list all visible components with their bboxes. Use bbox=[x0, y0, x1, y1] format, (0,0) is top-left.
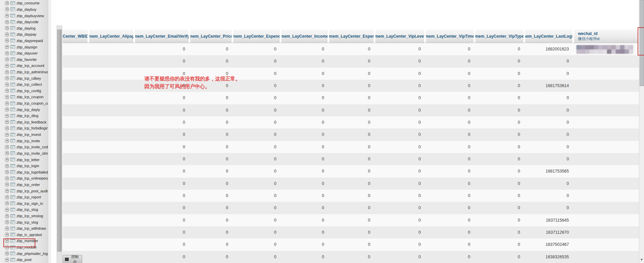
expand-icon[interactable]: + bbox=[5, 252, 9, 255]
table-name-label[interactable]: zbp_favorite bbox=[16, 58, 37, 62]
sidebar-item-zbp-lcp-report[interactable]: +zbp_lcp_report bbox=[0, 194, 48, 200]
sidebar-item-zbp-lcp-cdkey[interactable]: +zbp_lcp_cdkey bbox=[0, 75, 48, 81]
sidebar-item-zbp-lc-qqrobot[interactable]: +zbp_lc_qqrobot bbox=[0, 232, 48, 238]
table-name-label[interactable]: zbp_daybuyview bbox=[16, 14, 44, 18]
expand-icon[interactable]: + bbox=[5, 183, 9, 186]
expand-icon[interactable]: + bbox=[5, 39, 9, 42]
column-header-mem-laycenter-emailverify[interactable]: mem_LayCenter_EmailVerify bbox=[135, 30, 189, 43]
table-name-label[interactable]: zbp_lcp_forbidlogin bbox=[16, 126, 48, 130]
table-name-label[interactable]: zbp_daycode bbox=[16, 20, 38, 24]
table-name-label[interactable]: zbp_lcp_invite_code bbox=[16, 145, 48, 149]
expand-icon[interactable]: + bbox=[5, 120, 9, 124]
expand-icon[interactable]: + bbox=[5, 70, 9, 74]
sidebar-item-zbp-dayprepaid[interactable]: +zbp_dayprepaid bbox=[0, 38, 48, 44]
scrollbar-thumb[interactable] bbox=[57, 30, 62, 252]
sidebar-item-zbp-lcp-invite-stmt[interactable]: +zbp_lcp_invite_stmt bbox=[0, 150, 48, 157]
table-name-label[interactable]: zbp_lcp_slog bbox=[16, 208, 38, 212]
sidebar-item-zbp-lcp-forbidlogin[interactable]: +zbp_lcp_forbidlogin bbox=[0, 125, 48, 132]
sidebar-item-zbp-lcp-invest[interactable]: +zbp_lcp_invest bbox=[0, 132, 48, 138]
expand-icon[interactable]: + bbox=[5, 258, 9, 262]
sidebar-item-zbp-lcp-login[interactable]: +zbp_lcp_login bbox=[0, 163, 48, 169]
table-name-label[interactable]: zbp_consume bbox=[16, 1, 40, 5]
results-left-scrollbar[interactable] bbox=[57, 25, 62, 263]
sidebar-item-zbp-consume[interactable]: +zbp_consume bbox=[0, 0, 48, 6]
expand-icon[interactable]: + bbox=[5, 151, 9, 155]
column-header-mem-laycenter-lastlogin[interactable]: mem_LayCenter_LastLogin bbox=[525, 30, 572, 43]
table-name-label[interactable]: zbp_lcp_login bbox=[16, 164, 39, 168]
column-header-mem-laycenter-viptype[interactable]: mem_LayCenter_VipType bbox=[475, 30, 523, 43]
table-name-label[interactable]: zbp_lcp_invest bbox=[16, 133, 41, 137]
sidebar-item-zbp-lcp-coupon[interactable]: +zbp_lcp_coupon bbox=[0, 94, 48, 100]
sidebar-item-zbp-module[interactable]: +zbp_module bbox=[0, 244, 48, 251]
table-name-label[interactable]: zbp_lcp_dayly bbox=[16, 108, 40, 112]
expand-icon[interactable]: + bbox=[5, 201, 9, 205]
expand-icon[interactable]: + bbox=[5, 58, 9, 61]
table-name-label[interactable]: zbp_lcp_vlog bbox=[16, 220, 38, 224]
column-header-mem-laycenter-alipay[interactable]: mem_LayCenter_Alipay bbox=[89, 30, 133, 43]
column-header-mem-laycenter-viplevel[interactable]: mem_LayCenter_VipLevel bbox=[375, 30, 424, 43]
sidebar-item-zbp-lcp-smslog[interactable]: +zbp_lcp_smslog bbox=[0, 213, 48, 219]
table-name-label[interactable]: zbp_lcp_coupon bbox=[16, 95, 43, 99]
table-name-label[interactable]: zbp_member bbox=[16, 239, 38, 243]
expand-icon[interactable]: + bbox=[5, 177, 9, 180]
sidebar-item-zbp-lcp-vlog[interactable]: +zbp_lcp_vlog bbox=[0, 219, 48, 225]
expand-icon[interactable]: + bbox=[5, 133, 9, 137]
expand-icon[interactable]: + bbox=[5, 102, 9, 105]
column-header-mem-laycenter-exper[interactable]: mem_LayCenter_Exper bbox=[329, 30, 374, 43]
expand-icon[interactable]: + bbox=[5, 14, 9, 17]
table-name-label[interactable]: zbp_lcp_loginfailed bbox=[16, 170, 48, 174]
table-name-label[interactable]: zbp_lcp_coupon_use bbox=[16, 101, 48, 105]
sidebar-item-zbp-daybuy[interactable]: +zbp_daybuy bbox=[0, 6, 48, 13]
table-name-label[interactable]: zbp_lcp_sign_in bbox=[16, 201, 43, 205]
table-name-label[interactable]: zbp_daysign bbox=[16, 45, 37, 49]
expand-icon[interactable]: + bbox=[5, 139, 9, 143]
table-name-label[interactable]: zbp_lcp_smslog bbox=[16, 214, 43, 218]
sidebar-item-zbp-daycode[interactable]: +zbp_daycode bbox=[0, 19, 48, 25]
sidebar-item-zbp-lcp-collect[interactable]: +zbp_lcp_collect bbox=[0, 81, 48, 88]
table-name-label[interactable]: zbp_lcp_collect bbox=[16, 82, 42, 86]
expand-icon[interactable]: + bbox=[5, 83, 9, 86]
sidebar-item-zbp-lcp-coupon-use[interactable]: +zbp_lcp_coupon_use bbox=[0, 100, 48, 107]
expand-icon[interactable]: + bbox=[5, 145, 9, 149]
expand-icon[interactable]: + bbox=[5, 189, 9, 193]
expand-icon[interactable]: + bbox=[5, 170, 9, 174]
sidebar-item-zbp-lcp-adminInvest[interactable]: +zbp_lcp_adminInvest bbox=[0, 69, 48, 75]
table-name-label[interactable]: zbp_lcp_post_audit bbox=[16, 189, 48, 193]
sidebar-item-zbp-post[interactable]: +zbp_post bbox=[0, 257, 48, 263]
expand-icon[interactable]: + bbox=[5, 164, 9, 168]
table-name-label[interactable]: zbp_dayuser bbox=[16, 51, 38, 55]
table-name-label[interactable]: zbp_lcp_onlinepeople bbox=[16, 176, 48, 180]
expand-icon[interactable]: + bbox=[5, 51, 9, 55]
page-vertical-scrollbar[interactable]: ▼ bbox=[639, 0, 644, 263]
table-name-label[interactable]: zbp_lcp_invite_stmt bbox=[16, 151, 48, 155]
column-header-mem-laycenter-income[interactable]: mem_LayCenter_Income bbox=[281, 30, 328, 43]
expand-icon[interactable]: + bbox=[5, 114, 9, 118]
expand-icon[interactable]: + bbox=[5, 45, 9, 49]
sidebar-item-zbp-member[interactable]: +zbp_member bbox=[0, 238, 48, 244]
table-name-label[interactable]: zbp_lcp_dlog bbox=[16, 114, 38, 118]
column-header-mem-laycenter-expend[interactable]: mem_LayCenter_Expend bbox=[233, 30, 280, 43]
table-name-label[interactable]: zbp_lcp_cdkey bbox=[16, 76, 41, 80]
table-name-label[interactable]: zbp_dayprepaid bbox=[16, 39, 43, 43]
sidebar-scrollbar[interactable] bbox=[48, 0, 51, 263]
console-toggle-button[interactable]: 控制台 bbox=[63, 255, 82, 263]
sidebar-item-zbp-lcp-sign-in[interactable]: +zbp_lcp_sign_in bbox=[0, 200, 48, 207]
expand-icon[interactable]: + bbox=[5, 1, 9, 5]
expand-icon[interactable]: + bbox=[5, 95, 9, 99]
sidebar-item-zbp-lcp-order[interactable]: +zbp_lcp_order bbox=[0, 182, 48, 188]
expand-icon[interactable]: + bbox=[5, 233, 9, 236]
sidebar-item-zbp-lcp-letter[interactable]: +zbp_lcp_letter bbox=[0, 156, 48, 163]
sidebar-item-zbp-lcp-config[interactable]: +zbp_lcp_config bbox=[0, 88, 48, 94]
expand-icon[interactable]: + bbox=[5, 195, 9, 199]
sidebar-item-zbp-lcp-dlog[interactable]: +zbp_lcp_dlog bbox=[0, 113, 48, 119]
column-header-mem-laycenter-viptime[interactable]: mem_LayCenter_VipTime bbox=[426, 30, 474, 43]
table-name-label[interactable]: zbp_phpmailer_log bbox=[16, 252, 48, 256]
expand-icon[interactable]: + bbox=[5, 26, 9, 30]
sidebar-item-zbp-lcp-post-audit[interactable]: +zbp_lcp_post_audit bbox=[0, 188, 48, 194]
expand-icon[interactable]: + bbox=[5, 214, 9, 218]
sidebar-item-zbp-daylog[interactable]: +zbp_daylog bbox=[0, 25, 48, 31]
table-name-label[interactable]: zbp_lcp_adminInvest bbox=[16, 70, 48, 74]
expand-icon[interactable]: + bbox=[5, 89, 9, 92]
sidebar-item-zbp-lcp-invite-code[interactable]: +zbp_lcp_invite_code bbox=[0, 144, 48, 150]
expand-icon[interactable]: + bbox=[5, 208, 9, 212]
